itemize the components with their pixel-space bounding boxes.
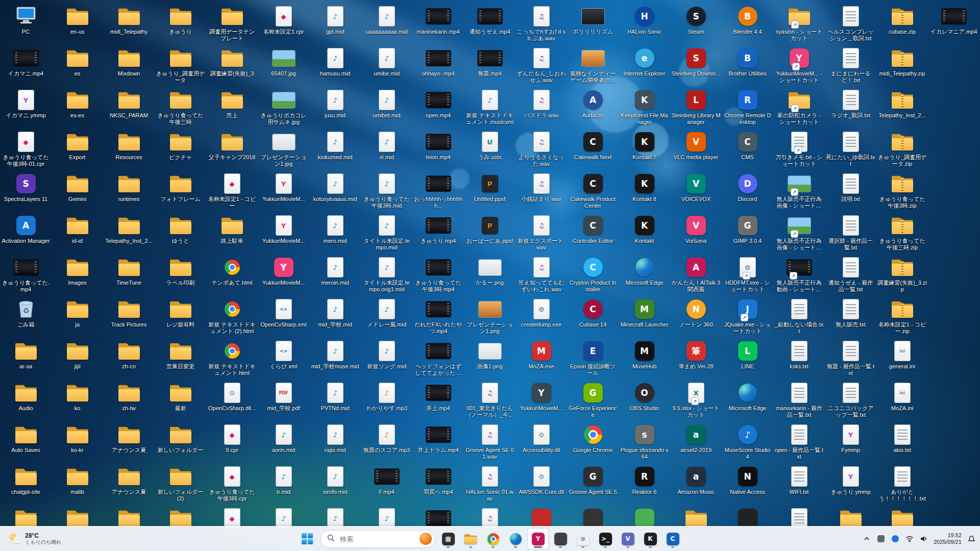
- desktop-icon[interactable]: Export: [52, 130, 103, 171]
- desktop-icon[interactable]: es: [52, 46, 103, 88]
- desktop-icon[interactable]: sPlogue sforzando x64: [619, 422, 670, 464]
- desktop-icon[interactable]: アナウンス夏: [103, 422, 155, 464]
- desktop-icon[interactable]: F.mp4: [361, 464, 412, 506]
- desktop-icon[interactable]: VVoiSona: [670, 213, 722, 255]
- desktop-icon[interactable]: ♪kotusytuaaus.mid: [309, 171, 361, 213]
- desktop-icon[interactable]: inigeneral.ini: [876, 339, 928, 381]
- desktop-icon[interactable]: ♫ずんだもん_しおわせふ.wav: [516, 46, 567, 88]
- desktop-icon[interactable]: ニコニコバックアップ一覧.txt: [825, 381, 876, 422]
- desktop-icon[interactable]: 営業日変更: [155, 339, 206, 381]
- desktop-icon[interactable]: 井上ドラム.mp4: [412, 422, 464, 464]
- desktop-icon[interactable]: midi_Telepathy.zip: [876, 46, 928, 88]
- desktop-icon[interactable]: ♪umibe.mid: [361, 46, 412, 88]
- desktop-icon[interactable]: おっhhhhhっhhhhhh...: [412, 171, 464, 213]
- desktop-icon[interactable]: ♪無題のスコア.mp3: [361, 422, 412, 464]
- weather-widget[interactable]: 28°C くもりのち晴れ: [5, 527, 65, 551]
- desktop-icon[interactable]: YYukkuriMovieM...: [258, 171, 309, 213]
- start-button[interactable]: [297, 529, 317, 549]
- desktop-icon[interactable]: Y↗YukkuriMovieM... - ショートカット: [773, 46, 825, 88]
- desktop-icon[interactable]: CCMS: [722, 130, 773, 171]
- desktop-icon[interactable]: Microsoft Edge: [722, 381, 773, 422]
- desktop-icon[interactable]: Gemini: [52, 171, 103, 213]
- desktop-icon[interactable]: manisekarin.mp4: [412, 4, 464, 46]
- desktop-icon[interactable]: SSteinberg Downlo...: [670, 46, 722, 88]
- desktop-icon[interactable]: AAudacity: [567, 88, 619, 130]
- desktop-icon[interactable]: iniMoZA.ini: [876, 381, 928, 422]
- search-input[interactable]: [339, 535, 415, 543]
- desktop-icon[interactable]: ♪新規ソング.mid: [361, 339, 412, 381]
- desktop-icon[interactable]: teion.mp4: [412, 130, 464, 171]
- desktop-icon[interactable]: BBrother Utilities: [722, 46, 773, 88]
- desktop-icon[interactable]: まにまにわーるど！.txt: [825, 46, 876, 88]
- desktop-icon[interactable]: きゅうり_調査用データ: [155, 46, 206, 88]
- desktop-icon[interactable]: aairset2-2019: [670, 422, 722, 464]
- desktop-icon[interactable]: ラジオ_歌詞.txt: [825, 88, 876, 130]
- desktop-icon[interactable]: ピクチャ: [155, 130, 206, 171]
- desktop-icon[interactable]: 調査練習(失敗)_3: [206, 46, 258, 88]
- desktop-icon[interactable]: zh-cn: [103, 339, 155, 381]
- taskbar-ymm4[interactable]: Y: [528, 529, 548, 549]
- tray-chevron-up-icon[interactable]: [862, 532, 871, 545]
- desktop-icon[interactable]: Yイカマニ.ymmp: [0, 88, 52, 130]
- desktop-icon[interactable]: 羽尻へ.mp4: [412, 464, 464, 506]
- desktop-icon[interactable]: PUntitled.ppsf: [464, 171, 516, 213]
- desktop-icon[interactable]: YFymmp: [825, 422, 876, 464]
- desktop-icon[interactable]: ♪PVTNd.mid: [309, 381, 361, 422]
- desktop-icon[interactable]: ♫HALion Sonic 01.wav: [464, 464, 516, 506]
- desktop-icon[interactable]: ◆名称未設定1.cpr: [258, 4, 309, 46]
- desktop-icon[interactable]: CCakewalk Product Center: [567, 171, 619, 213]
- desktop-icon[interactable]: ♻ごみ箱: [0, 297, 52, 339]
- desktop-icon[interactable]: SSpectraLayers 11: [0, 171, 52, 213]
- desktop-icon[interactable]: ja: [52, 297, 103, 339]
- desktop-icon[interactable]: id-id: [52, 213, 103, 255]
- taskbar-voicevox[interactable]: V: [618, 529, 638, 549]
- desktop-icon[interactable]: ♪aorin.mid: [258, 422, 309, 464]
- desktop-icon[interactable]: ♪umibet.mid: [361, 88, 412, 130]
- desktop-icon[interactable]: ♫小銭詰まり.wav: [516, 171, 567, 213]
- desktop-icon[interactable]: ♪タイトル未設定.tempo.mid: [361, 213, 412, 255]
- desktop-icon[interactable]: 画像1.png: [464, 339, 516, 381]
- desktop-icon[interactable]: VVLC media player: [670, 130, 722, 171]
- desktop-icon[interactable]: かるー.png: [464, 255, 516, 297]
- desktop-icon[interactable]: Images: [52, 255, 103, 297]
- desktop-icon[interactable]: ♪xl.mid: [361, 130, 412, 171]
- desktop-icon[interactable]: ohhayo-.mp4: [412, 46, 464, 88]
- desktop-icon[interactable]: 説明.txt: [825, 171, 876, 213]
- desktop-icon[interactable]: ↗syasinn - ショートカット: [773, 4, 825, 46]
- desktop-icon[interactable]: ↗無人販売不正行為動画 - ショートカット: [773, 255, 825, 297]
- desktop-icon[interactable]: midi_Telepathy: [103, 4, 155, 46]
- desktop-icon[interactable]: OOBS Studio: [619, 381, 670, 422]
- desktop-icon[interactable]: ♪わかりやす.mp3: [361, 381, 412, 422]
- wifi-icon[interactable]: [905, 532, 914, 545]
- desktop-icon[interactable]: ⚙↗HDDFMT.exe - ショートカット: [722, 255, 773, 297]
- taskbar-kontakt[interactable]: K: [640, 529, 660, 549]
- desktop-icon[interactable]: イカレマニア.mp4: [928, 4, 979, 46]
- desktop-icon[interactable]: ありがとう！！！！！！.txt: [876, 464, 928, 506]
- desktop-icon[interactable]: PDFmid_学校.pdf: [258, 381, 309, 422]
- desktop-icon[interactable]: ♪jusu.mid: [309, 88, 361, 130]
- notifications-bell-icon[interactable]: [967, 532, 976, 545]
- desktop-icon[interactable]: ksks.txt: [773, 339, 825, 381]
- desktop-icon[interactable]: プレゼンテーション1.png: [464, 297, 516, 339]
- desktop-icon[interactable]: ↗家の防犯カメラ - ショートカット: [773, 88, 825, 130]
- desktop-icon[interactable]: ↗万引きメモ.txt - ショートカット: [773, 130, 825, 171]
- desktop-icon[interactable]: AActivation Manager: [0, 213, 52, 255]
- desktop-icon[interactable]: 65407.jpg: [258, 46, 309, 88]
- desktop-icon[interactable]: PC: [0, 4, 52, 46]
- taskbar-app-window[interactable]: [550, 529, 571, 549]
- desktop-icon[interactable]: CCrypton Product Installer: [567, 255, 619, 297]
- desktop-icon[interactable]: 新規 テキストドキュメント.html: [206, 339, 258, 381]
- desktop-icon[interactable]: KKeepforest File Manager: [619, 88, 670, 130]
- desktop-icon[interactable]: アナウンス夏: [103, 464, 155, 506]
- desktop-icon[interactable]: en-us: [52, 4, 103, 46]
- desktop-icon[interactable]: ♪メドレー風.mid: [361, 297, 412, 339]
- desktop-icon[interactable]: きゅうりボカコレ用サムネ.jpg: [258, 88, 309, 130]
- desktop-icon[interactable]: jijii: [52, 339, 103, 381]
- desktop-icon[interactable]: ◆きゅうり食ってた午後3時.cpr: [206, 464, 258, 506]
- desktop-icon[interactable]: malib: [52, 464, 103, 506]
- desktop-icon[interactable]: _起動しない場合.txt: [773, 297, 825, 339]
- desktop-icon[interactable]: NNative Access: [722, 464, 773, 506]
- desktop-icon[interactable]: ♪mid_学校muse.mid: [309, 339, 361, 381]
- desktop-icon[interactable]: ◆きゅうり食ってた午後3時-01.cpr: [0, 130, 52, 171]
- desktop-icon[interactable]: ♪gpt.mid: [309, 4, 361, 46]
